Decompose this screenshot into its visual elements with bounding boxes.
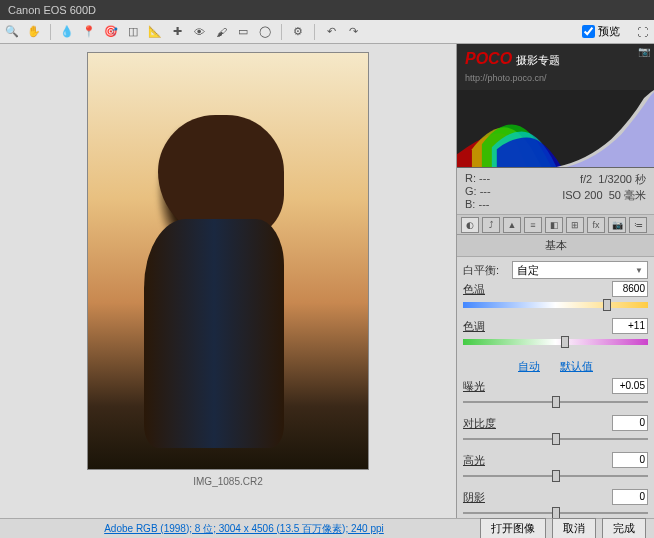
shadows-slider[interactable] <box>463 506 648 518</box>
rotate-ccw-icon[interactable]: ↶ <box>323 24 339 40</box>
graduated-filter-icon[interactable]: ▭ <box>235 24 251 40</box>
temp-slider[interactable] <box>463 298 648 312</box>
preview-label: 预览 <box>598 24 620 39</box>
target-adjust-icon[interactable]: 🎯 <box>103 24 119 40</box>
open-image-button[interactable]: 打开图像 <box>480 518 546 538</box>
logo-text: POCO <box>465 50 512 67</box>
chevron-down-icon: ▼ <box>635 266 643 275</box>
tab-fx[interactable]: fx <box>587 217 605 233</box>
tab-lens[interactable]: ⊞ <box>566 217 584 233</box>
highlights-label: 高光 <box>463 453 485 468</box>
highlights-slider[interactable] <box>463 469 648 483</box>
footer-bar: Adobe RGB (1998); 8 位; 3004 x 4506 (13.5… <box>0 518 654 538</box>
tab-detail[interactable]: ▲ <box>503 217 521 233</box>
preview-check[interactable] <box>582 25 595 38</box>
contrast-slider[interactable] <box>463 432 648 446</box>
wb-label: 白平衡: <box>463 263 508 278</box>
tint-value[interactable]: +11 <box>612 318 648 334</box>
adjustment-brush-icon[interactable]: 🖌 <box>213 24 229 40</box>
prefs-icon[interactable]: ⚙ <box>290 24 306 40</box>
basic-controls: 白平衡: 自定 ▼ 色温 8600 色调 +11 <box>457 257 654 518</box>
auto-link[interactable]: 自动 <box>518 359 540 374</box>
toolbar: 🔍 ✋ 💧 📍 🎯 ◫ 📐 ✚ 👁 🖌 ▭ ◯ ⚙ ↶ ↷ 预览 ⛶ <box>0 20 654 44</box>
hand-tool-icon[interactable]: ✋ <box>26 24 42 40</box>
straighten-tool-icon[interactable]: 📐 <box>147 24 163 40</box>
color-sampler-icon[interactable]: 📍 <box>81 24 97 40</box>
exposure-label: 曝光 <box>463 379 485 394</box>
rgb-readout: R: --- G: --- B: --- f/2 1/3200 秒 ISO 20… <box>457 168 654 215</box>
camera-icon: 📷 <box>638 46 650 57</box>
exposure-slider[interactable] <box>463 395 648 409</box>
adjustments-panel: POCO 摄影专题 http://photo.poco.cn/ 📷 R: ---… <box>456 44 654 518</box>
tab-split[interactable]: ◧ <box>545 217 563 233</box>
rotate-cw-icon[interactable]: ↷ <box>345 24 361 40</box>
tab-camera[interactable]: 📷 <box>608 217 626 233</box>
zoom-tool-icon[interactable]: 🔍 <box>4 24 20 40</box>
logo-url: http://photo.poco.cn/ <box>465 73 547 83</box>
watermark: POCO 摄影专题 http://photo.poco.cn/ 📷 <box>457 44 654 90</box>
temp-value[interactable]: 8600 <box>612 281 648 297</box>
workflow-link[interactable]: Adobe RGB (1998); 8 位; 3004 x 4506 (13.5… <box>8 522 480 536</box>
title-bar: Canon EOS 600D <box>0 0 654 20</box>
panel-tabs: ◐ ⤴ ▲ ≡ ◧ ⊞ fx 📷 ≔ <box>457 215 654 235</box>
filename-label: IMG_1085.CR2 <box>193 476 262 487</box>
done-button[interactable]: 完成 <box>602 518 646 538</box>
tint-slider[interactable] <box>463 335 648 349</box>
fullscreen-icon[interactable]: ⛶ <box>634 24 650 40</box>
preview-checkbox[interactable]: 预览 <box>582 24 620 39</box>
contrast-label: 对比度 <box>463 416 496 431</box>
temp-label: 色温 <box>463 282 485 297</box>
tab-curve[interactable]: ⤴ <box>482 217 500 233</box>
cancel-button[interactable]: 取消 <box>552 518 596 538</box>
highlights-value[interactable]: 0 <box>612 452 648 468</box>
contrast-value[interactable]: 0 <box>612 415 648 431</box>
tint-label: 色调 <box>463 319 485 334</box>
wb-tool-icon[interactable]: 💧 <box>59 24 75 40</box>
spot-removal-icon[interactable]: ✚ <box>169 24 185 40</box>
section-title-basic: 基本 <box>457 235 654 257</box>
tab-basic[interactable]: ◐ <box>461 217 479 233</box>
tab-presets[interactable]: ≔ <box>629 217 647 233</box>
tab-hsl[interactable]: ≡ <box>524 217 542 233</box>
exposure-value[interactable]: +0.05 <box>612 378 648 394</box>
preview-image[interactable] <box>87 52 369 470</box>
redeye-tool-icon[interactable]: 👁 <box>191 24 207 40</box>
crop-tool-icon[interactable]: ◫ <box>125 24 141 40</box>
shadows-value[interactable]: 0 <box>612 489 648 505</box>
shadows-label: 阴影 <box>463 490 485 505</box>
radial-filter-icon[interactable]: ◯ <box>257 24 273 40</box>
default-link[interactable]: 默认值 <box>560 359 593 374</box>
preview-area: IMG_1085.CR2 <box>0 44 456 518</box>
histogram[interactable] <box>457 90 654 168</box>
logo-tagline: 摄影专题 <box>516 54 560 66</box>
wb-dropdown[interactable]: 自定 ▼ <box>512 261 648 279</box>
